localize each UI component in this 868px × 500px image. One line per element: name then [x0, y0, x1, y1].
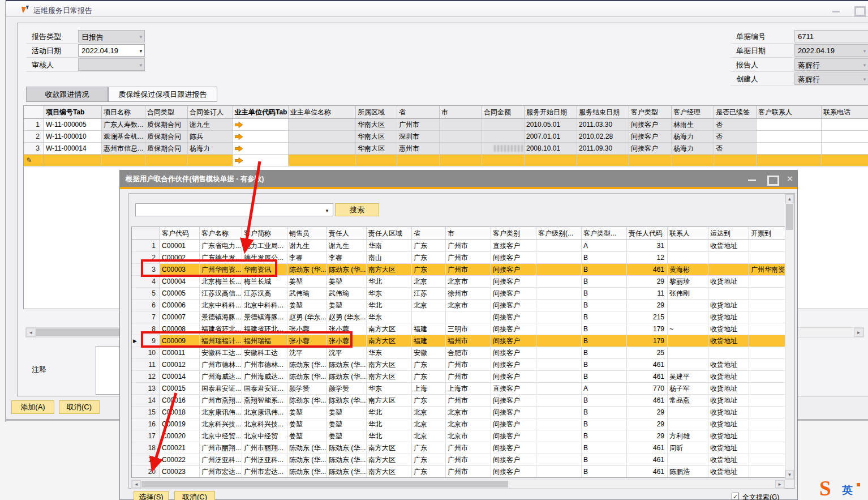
row-number-cell[interactable]: 10	[132, 347, 160, 359]
cell[interactable]: 收货地址	[708, 240, 749, 252]
column-header[interactable]: 市	[440, 106, 482, 119]
cell[interactable]: 杨海力	[672, 143, 714, 155]
cell[interactable]: 南方大区	[367, 442, 412, 454]
row-number-cell[interactable]: 7	[132, 311, 160, 323]
cell[interactable]: 广东	[412, 466, 446, 478]
table-row[interactable]: 12C00014广州海威达...广州海威达...陈劲东 (华...陈劲东 (华.…	[132, 371, 785, 383]
cell[interactable]	[356, 155, 397, 166]
cell[interactable]: B	[582, 252, 627, 264]
cell[interactable]: 北京中科科...	[242, 300, 287, 311]
cell[interactable]: 谢九生	[327, 240, 367, 252]
cell[interactable]: 广州市德林...	[200, 359, 242, 371]
row-number-cell[interactable]: 19	[132, 454, 160, 466]
cell[interactable]	[536, 252, 582, 264]
column-header[interactable]: 项目编号Tab	[44, 106, 102, 119]
cell[interactable]: 南山	[367, 252, 412, 264]
row-number-cell[interactable]: 1	[24, 119, 44, 131]
cell[interactable]: 姜堃	[327, 430, 367, 442]
dialog-maximize-button[interactable]	[765, 174, 779, 183]
cell[interactable]	[536, 347, 582, 359]
cell[interactable]: 收货地址	[708, 442, 749, 454]
cell[interactable]: 江苏汉高	[242, 288, 287, 300]
cell[interactable]: 广州市	[446, 442, 491, 454]
cell[interactable]: 广东	[412, 264, 446, 276]
scroll-left-icon[interactable]: ◄	[26, 328, 36, 337]
cell[interactable]: 461	[627, 395, 668, 407]
cell[interactable]	[536, 240, 582, 252]
cell[interactable]: 张伟刚	[668, 288, 708, 300]
cell[interactable]: 华北	[367, 418, 412, 430]
cell[interactable]: B	[582, 335, 627, 347]
combo-活动日期[interactable]: 2022.04.19▼	[78, 44, 145, 57]
cell[interactable]: 三明市	[446, 323, 491, 335]
cell[interactable]: 黎丽珍	[668, 276, 708, 288]
row-number-cell[interactable]: 12	[132, 371, 160, 383]
cell[interactable]: B	[582, 418, 627, 430]
cell[interactable]: 广州市宏达...	[200, 466, 242, 478]
scroll-thumb[interactable]	[786, 204, 793, 230]
cell[interactable]: 黄海彬	[668, 264, 708, 276]
cell[interactable]: 间接客户	[629, 131, 672, 143]
cell[interactable]: 陈劲东 (华...	[327, 442, 367, 454]
cell[interactable]: 收货地址	[708, 276, 749, 288]
add-button[interactable]: 添加(A)	[11, 400, 54, 414]
cell[interactable]: 北京	[412, 418, 446, 430]
cell[interactable]: 周昕	[668, 442, 708, 454]
cell[interactable]: 广东	[412, 359, 446, 371]
cell[interactable]: 华东	[367, 347, 412, 359]
cell[interactable]: 收货地址	[708, 466, 749, 478]
cell[interactable]: 广东人寿数...	[102, 119, 145, 131]
cell[interactable]: 广东省电力...	[200, 240, 242, 252]
cell[interactable]: 北京市	[446, 430, 491, 442]
cell[interactable]	[440, 143, 482, 155]
row-number-cell[interactable]: 15	[132, 407, 160, 418]
cell[interactable]: 华南	[367, 240, 412, 252]
cell[interactable]: 姜堃	[327, 407, 367, 418]
column-header[interactable]: 客户代码	[160, 227, 200, 240]
cell[interactable]: 北京	[412, 276, 446, 288]
cell[interactable]: 景德镇海豚...	[200, 311, 242, 323]
cell[interactable]: 张小蓉	[287, 335, 327, 347]
cell[interactable]: 南方大区	[367, 359, 412, 371]
cell[interactable]: 29	[627, 418, 668, 430]
table-row[interactable]: 20C00023广州市宏达...广州市宏达...陈劲东 (华...陈劲东 (华.…	[132, 466, 785, 478]
cell[interactable]: 广东	[412, 454, 446, 466]
column-header[interactable]: 合同签订人	[188, 106, 233, 119]
cancel-button[interactable]: 取消(C)	[59, 400, 100, 414]
cell[interactable]	[233, 119, 289, 131]
column-header[interactable]: 客户简称	[242, 227, 287, 240]
cell[interactable]: 北京	[412, 300, 446, 311]
select-button[interactable]: 选择(S)	[134, 491, 169, 500]
dropdown-icon[interactable]: ▼	[862, 49, 867, 54]
cell[interactable]: 广州海威达...	[200, 371, 242, 383]
cell[interactable]: C00021	[160, 442, 200, 454]
table-row[interactable]: 5C00005江苏汉高信...江苏汉高武伟瑜武伟瑜华东江苏徐州市间接客户B11张…	[132, 288, 785, 300]
dropdown-icon[interactable]: ▼	[862, 63, 867, 68]
cell[interactable]	[749, 442, 785, 454]
cell[interactable]: 谢九生	[188, 119, 233, 131]
cell[interactable]: 广州海威达...	[242, 371, 287, 383]
cell[interactable]: 景德镇海豚...	[242, 311, 287, 323]
cell[interactable]: 北京	[412, 407, 446, 418]
cell[interactable]	[289, 119, 356, 131]
cell[interactable]: 广州市	[446, 395, 491, 407]
table-row[interactable]: 3C00003广州华南资...华南资讯陈劲东 (华...陈劲东 (华...南方大…	[132, 264, 785, 276]
cell[interactable]	[749, 371, 785, 383]
cell[interactable]	[668, 418, 708, 430]
cell[interactable]	[749, 252, 785, 264]
cell[interactable]: 广东	[412, 442, 446, 454]
cell[interactable]: 770	[627, 383, 668, 395]
cell[interactable]: 收货地址	[708, 323, 749, 335]
cell[interactable]: 福州瑞福	[242, 335, 287, 347]
cell[interactable]: 福建	[412, 323, 446, 335]
cell[interactable]: 461	[627, 442, 668, 454]
cell[interactable]: 吴建平	[668, 371, 708, 383]
cell[interactable]: B	[582, 288, 627, 300]
column-header[interactable]: 市	[446, 227, 491, 240]
cell[interactable]: 461	[627, 264, 668, 276]
row-number-cell[interactable]: 4	[132, 276, 160, 288]
cell[interactable]: 直接客户	[491, 240, 536, 252]
scroll-down-icon[interactable]: ▼	[785, 470, 794, 479]
table-row[interactable]: 14C00016广州市燕翔...燕翔智能系...陈劲东 (华...陈劲东 (华.…	[132, 395, 785, 407]
column-header[interactable]: 服务开始日期	[525, 106, 577, 119]
